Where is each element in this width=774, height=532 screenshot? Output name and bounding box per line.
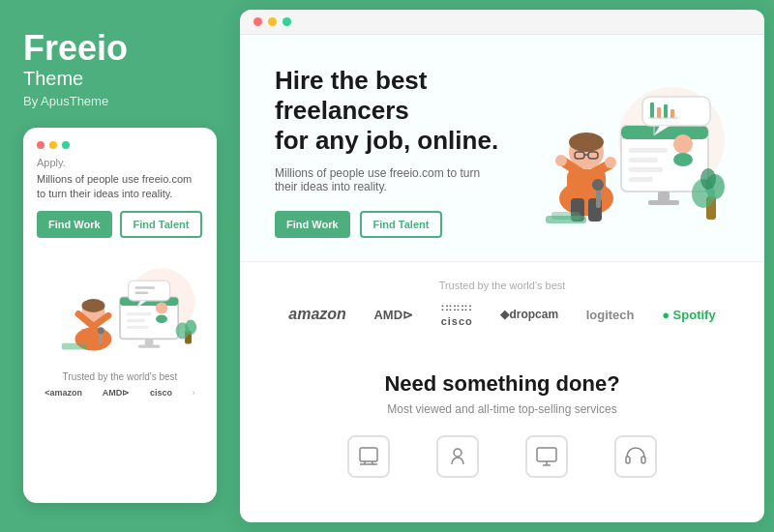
mobile-tagline: Apply. bbox=[37, 157, 203, 168]
dot-green bbox=[62, 141, 70, 149]
svg-rect-48 bbox=[648, 200, 679, 205]
svg-rect-55 bbox=[664, 104, 668, 118]
headset-icon bbox=[614, 435, 657, 478]
trusted-label: Trusted by the world's best bbox=[275, 280, 729, 291]
mobile-find-talent-button[interactable]: Find Talent bbox=[120, 211, 203, 238]
browser-dot-red bbox=[253, 17, 262, 26]
svg-rect-17 bbox=[134, 287, 155, 290]
hero-illustration bbox=[517, 73, 729, 231]
svg-point-22 bbox=[185, 320, 196, 335]
svg-point-65 bbox=[700, 168, 716, 190]
svg-point-46 bbox=[673, 153, 693, 166]
need-icon-person bbox=[436, 435, 479, 478]
mobile-logo-amd: AMD⊳ bbox=[103, 388, 131, 398]
find-work-button[interactable]: Find Work bbox=[275, 211, 350, 238]
logo-amd: AMD⊳ bbox=[373, 308, 413, 322]
svg-rect-10 bbox=[127, 326, 148, 329]
svg-rect-54 bbox=[657, 107, 661, 118]
browser-bar bbox=[240, 10, 764, 35]
need-icon-monitor bbox=[525, 435, 568, 478]
find-talent-button[interactable]: Find Talent bbox=[360, 211, 443, 238]
brand-title: Freeio bbox=[23, 29, 217, 68]
svg-rect-18 bbox=[134, 292, 148, 295]
svg-rect-56 bbox=[670, 109, 674, 118]
svg-rect-15 bbox=[129, 281, 170, 302]
svg-point-36 bbox=[605, 157, 616, 168]
svg-point-24 bbox=[98, 328, 104, 335]
svg-point-11 bbox=[156, 303, 167, 314]
logo-dropcam: ◆dropcam bbox=[500, 308, 558, 321]
svg-rect-43 bbox=[629, 167, 663, 172]
mobile-logo-cisco: cisco bbox=[150, 388, 172, 398]
need-heading: Need something done? bbox=[275, 371, 729, 397]
monitor-icon bbox=[525, 435, 568, 478]
need-section: Need something done? Most viewed and all… bbox=[240, 344, 764, 497]
svg-rect-8 bbox=[127, 312, 152, 315]
svg-point-70 bbox=[454, 449, 461, 457]
mobile-desc: Millions of people use freeio.com to tur… bbox=[37, 172, 203, 202]
svg-rect-47 bbox=[658, 192, 670, 201]
design-icon bbox=[347, 435, 390, 478]
logo-cisco: ∷∷∷∷cisco bbox=[441, 303, 473, 327]
trusted-section: Trusted by the world's best amazon AMD⊳ … bbox=[240, 261, 764, 344]
hero-section: Hire the best freelancersfor any job, on… bbox=[240, 35, 764, 261]
person-icon bbox=[436, 435, 479, 478]
svg-rect-75 bbox=[641, 457, 645, 463]
svg-point-12 bbox=[156, 315, 167, 324]
svg-rect-44 bbox=[629, 177, 653, 182]
mobile-illustration bbox=[37, 248, 203, 364]
mobile-buttons: Find Work Find Talent bbox=[37, 211, 203, 238]
mobile-logo-more: › bbox=[193, 388, 195, 398]
svg-point-45 bbox=[673, 134, 693, 154]
mobile-logos: <amazon AMD⊳ cisco › bbox=[37, 388, 203, 398]
mobile-logo-amazon: <amazon bbox=[45, 388, 82, 398]
logo-spotify: ● Spotify bbox=[662, 308, 716, 322]
mobile-trusted-label: Trusted by the world's best bbox=[37, 371, 203, 382]
svg-rect-9 bbox=[127, 319, 145, 322]
need-icon-headset bbox=[614, 435, 657, 478]
need-icon-design bbox=[347, 435, 390, 478]
svg-point-29 bbox=[569, 133, 604, 152]
need-icons bbox=[275, 435, 729, 478]
svg-rect-61 bbox=[551, 212, 580, 220]
hero-text: Hire the best freelancersfor any job, on… bbox=[275, 66, 501, 238]
logo-logitech: logitech bbox=[586, 308, 635, 322]
brand-subtitle: Theme bbox=[23, 68, 217, 90]
left-panel: Freeio Theme By ApusTheme Apply. Million… bbox=[0, 0, 240, 532]
svg-rect-19 bbox=[62, 343, 87, 350]
svg-point-59 bbox=[592, 179, 604, 191]
svg-point-3 bbox=[81, 299, 104, 312]
hero-buttons: Find Work Find Talent bbox=[275, 211, 501, 238]
right-panel: Hire the best freelancersfor any job, on… bbox=[240, 10, 764, 522]
browser-dot-yellow bbox=[268, 17, 277, 26]
need-sub: Most viewed and all-time top-selling ser… bbox=[275, 402, 729, 416]
svg-rect-14 bbox=[138, 345, 160, 348]
svg-rect-23 bbox=[100, 333, 103, 344]
mobile-dots bbox=[37, 141, 203, 149]
right-content: Hire the best freelancersfor any job, on… bbox=[240, 35, 764, 522]
svg-rect-42 bbox=[629, 158, 658, 163]
hero-heading: Hire the best freelancersfor any job, on… bbox=[275, 66, 501, 157]
svg-rect-74 bbox=[626, 457, 630, 463]
svg-point-35 bbox=[555, 155, 567, 166]
mobile-find-work-button[interactable]: Find Work bbox=[37, 211, 112, 238]
trusted-logos: amazon AMD⊳ ∷∷∷∷cisco ◆dropcam logitech … bbox=[275, 303, 729, 327]
mobile-preview-card: Apply. Millions of people use freeio.com… bbox=[23, 128, 217, 503]
svg-rect-41 bbox=[629, 148, 668, 153]
dot-yellow bbox=[49, 141, 57, 149]
dot-red bbox=[37, 141, 45, 149]
svg-rect-71 bbox=[537, 448, 556, 461]
brand-by: By ApusTheme bbox=[23, 94, 217, 108]
browser-dot-green bbox=[283, 17, 291, 26]
logo-amazon: amazon bbox=[288, 306, 346, 323]
hero-subtext: Millions of people use freeio.com to tur… bbox=[275, 166, 501, 193]
svg-rect-53 bbox=[650, 103, 654, 118]
svg-rect-66 bbox=[360, 448, 377, 461]
svg-rect-13 bbox=[145, 340, 154, 346]
